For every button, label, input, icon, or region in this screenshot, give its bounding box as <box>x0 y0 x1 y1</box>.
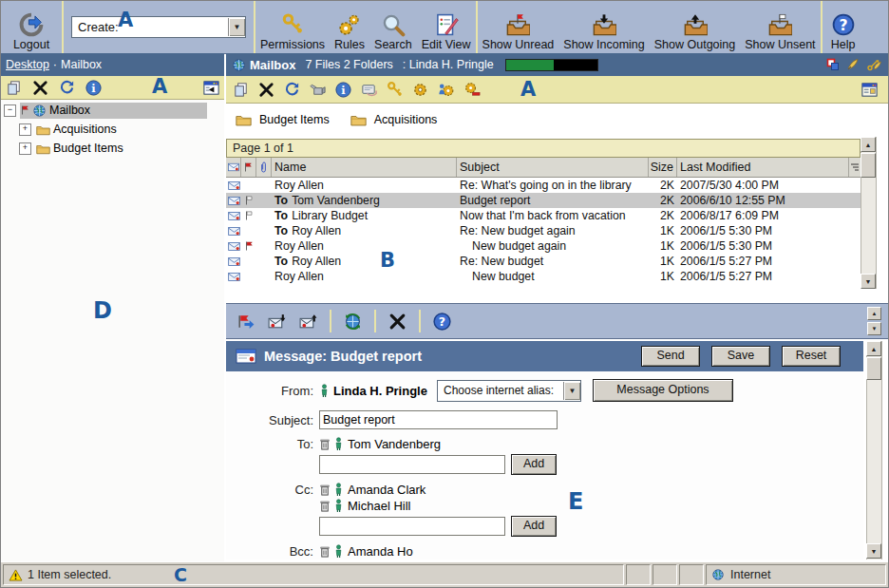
received-mail-button[interactable] <box>267 312 287 332</box>
recipient-input[interactable] <box>319 517 505 536</box>
chevron-down-icon[interactable]: ▼ <box>228 18 245 36</box>
delete-button[interactable] <box>388 312 407 332</box>
window-view-button[interactable] <box>861 81 879 99</box>
trash-icon[interactable] <box>319 545 331 558</box>
refresh-button[interactable] <box>283 81 301 99</box>
card-button[interactable] <box>360 81 378 99</box>
add-recipient-button[interactable]: Add <box>511 516 557 537</box>
breadcrumb-desktop-link[interactable]: Desktop <box>6 58 49 71</box>
path-item-budget-items[interactable]: Budget Items <box>236 113 330 126</box>
table-row[interactable]: ToRoy Allen Re: New budget 1K 2006/1/5 5… <box>226 254 861 269</box>
info-button[interactable] <box>85 79 103 97</box>
file-actions-group: PermissionsRulesSearchEdit View <box>255 1 476 53</box>
reset-button[interactable]: Reset <box>782 346 841 367</box>
delete-button[interactable] <box>257 81 275 99</box>
add-recipient-button[interactable]: Add <box>511 454 557 475</box>
toolbar-button-edit-view[interactable]: Edit View <box>417 1 476 53</box>
size-column-header[interactable]: Size <box>649 158 677 177</box>
row-subject: New budget again <box>457 238 649 254</box>
recipient-row: Michael Hill <box>226 499 863 513</box>
flag-column-header[interactable] <box>241 158 256 177</box>
info-icon <box>334 81 352 99</box>
save-button[interactable]: Save <box>711 346 770 367</box>
toolbar-button-rules[interactable]: Rules <box>330 1 369 53</box>
copy-button[interactable] <box>232 81 250 99</box>
content-toolbar <box>226 76 888 104</box>
to-prefix: To <box>274 255 288 268</box>
list-scroll-up-button[interactable]: ▲ <box>861 137 876 152</box>
gear-remove-button[interactable] <box>463 81 481 99</box>
internet-alias-dropdown[interactable]: Choose internet alias: ▼ <box>437 380 581 402</box>
callout-e-message-form: E <box>568 488 583 515</box>
status-empty-cell <box>679 564 704 585</box>
toolbar-button-show-outgoing[interactable]: Show Outgoing <box>650 1 740 53</box>
create-dropdown[interactable]: Create: ▼ <box>71 16 246 38</box>
table-row[interactable]: ToRoy Allen Re: New budget again 1K 2006… <box>226 223 861 238</box>
callout-b-file-list: B <box>380 249 395 272</box>
column-menu-button[interactable] <box>849 158 861 177</box>
recipient-group-label: Bcc: <box>226 544 319 559</box>
attachment-column-header[interactable] <box>256 158 272 177</box>
table-row[interactable]: ToLibrary Budget Now that I'm back from … <box>226 208 861 223</box>
key-button[interactable] <box>386 81 404 99</box>
pane-scroll-down-button[interactable]: ▼ <box>867 322 881 335</box>
help-button[interactable]: Help <box>826 1 861 53</box>
toolbar-button-search[interactable]: Search <box>369 1 417 53</box>
tree-expander[interactable]: + <box>19 123 31 136</box>
table-row[interactable]: Roy Allen Re: What's going on in the lib… <box>226 178 861 193</box>
breadcrumb-separator: · <box>53 58 57 71</box>
delete-button[interactable] <box>31 79 49 97</box>
message-title: Message: Budget report <box>264 349 630 364</box>
tree-item-acquisitions[interactable]: + Acquisitions <box>1 121 224 138</box>
gear-user-button[interactable] <box>437 81 455 99</box>
status-bar: 1 Item selected. Internet <box>1 561 888 587</box>
squares-icon[interactable] <box>826 58 840 71</box>
edit-quill-icon[interactable] <box>846 58 860 71</box>
path-item-acquisitions[interactable]: Acquisitions <box>350 113 438 126</box>
pour-button[interactable] <box>309 81 327 99</box>
pane-scroll-up-button[interactable]: ▲ <box>867 307 881 320</box>
tree-item-budget-items[interactable]: + Budget Items <box>1 140 224 157</box>
table-row[interactable]: Roy Allen New budget 1K 2006/1/5 5:27 PM <box>226 269 861 284</box>
message-scrollbar-thumb[interactable] <box>866 357 881 380</box>
trash-icon[interactable] <box>319 438 331 450</box>
envelope-column-header[interactable] <box>226 158 241 177</box>
message-options-button[interactable]: Message Options <box>593 379 733 402</box>
sync-button[interactable] <box>343 312 363 332</box>
subject-input[interactable] <box>319 410 558 429</box>
collapse-panel-button[interactable] <box>202 79 220 97</box>
send-button[interactable]: Send <box>641 346 700 367</box>
tree-item-mailbox[interactable]: − Mailbox <box>1 102 224 119</box>
trash-icon[interactable] <box>319 500 331 512</box>
message-scroll-down-button[interactable]: ▼ <box>866 543 881 559</box>
toolbar-button-show-incoming[interactable]: Show Incoming <box>558 1 649 53</box>
toolbar-button-permissions[interactable]: Permissions <box>255 1 330 53</box>
list-scroll-down-button[interactable]: ▼ <box>861 274 876 289</box>
logout-button[interactable]: Logout <box>1 1 62 53</box>
toolbar-button-show-unsent[interactable]: Show Unsent <box>740 1 820 53</box>
info-button[interactable] <box>334 81 352 99</box>
trash-icon[interactable] <box>319 484 331 496</box>
row-size: 2K <box>649 208 677 223</box>
refresh-button[interactable] <box>58 79 76 97</box>
path-item-label: Budget Items <box>259 113 330 126</box>
modified-column-header[interactable]: Last Modified <box>677 158 849 177</box>
subject-column-header[interactable]: Subject <box>457 158 649 177</box>
table-row[interactable]: ToTom Vandenberg Budget report 2K 2006/6… <box>226 193 861 208</box>
chevron-down-icon[interactable]: ▼ <box>563 382 580 400</box>
recipient-input[interactable] <box>319 455 505 474</box>
sent-mail-button[interactable] <box>298 312 318 332</box>
name-column-header[interactable]: Name <box>272 158 457 177</box>
gear-button[interactable] <box>411 81 429 99</box>
forward-flag-button[interactable] <box>236 312 255 332</box>
table-row[interactable]: Roy Allen New budget again 1K 2006/1/5 5… <box>226 238 861 254</box>
tree-expander[interactable]: − <box>4 104 16 117</box>
toolbar-button-label: Edit View <box>422 38 471 51</box>
message-scroll-up-button[interactable]: ▲ <box>866 341 881 356</box>
toolbar-button-show-unread[interactable]: Show Unread <box>478 1 559 53</box>
copy-button[interactable] <box>5 79 23 97</box>
key-quill-icon[interactable] <box>866 58 882 71</box>
tree-expander[interactable]: + <box>19 142 31 155</box>
list-scrollbar-thumb[interactable] <box>861 153 876 178</box>
help-button[interactable] <box>432 312 452 332</box>
